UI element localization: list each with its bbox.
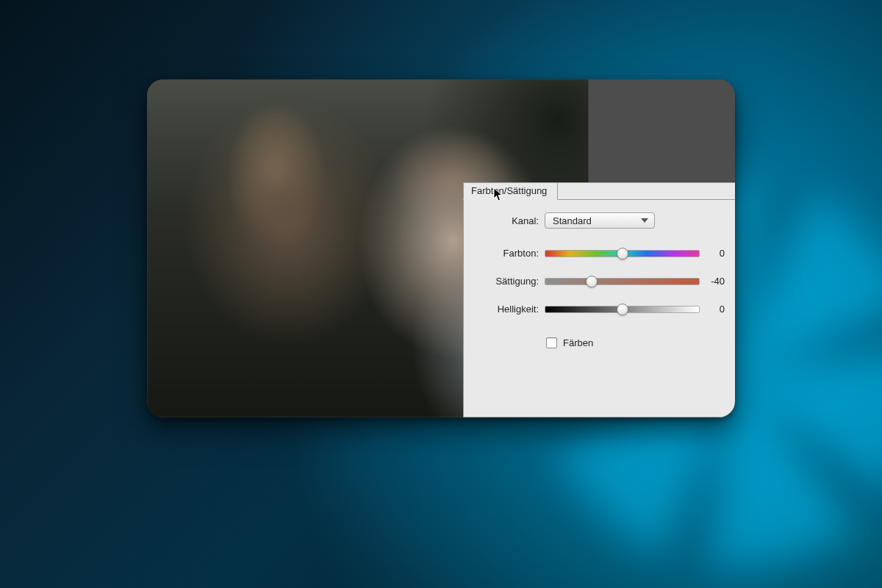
- colorize-row: Färben: [546, 337, 725, 348]
- editor-pasteboard: [588, 79, 735, 182]
- app-backdrop: Farbton/Sättigung Kanal: Standard Farbto…: [0, 0, 882, 588]
- panel-tab[interactable]: Farbton/Sättigung: [463, 182, 558, 200]
- channel-select-value: Standard: [553, 215, 592, 226]
- panel-tab-label: Farbton/Sättigung: [471, 185, 547, 196]
- hue-slider[interactable]: [545, 250, 700, 257]
- channel-label: Kanal:: [464, 215, 545, 226]
- saturation-row: Sättigung: -40: [464, 276, 725, 287]
- lightness-value: 0: [700, 304, 725, 315]
- saturation-label: Sättigung:: [464, 276, 545, 287]
- hue-value: 0: [700, 248, 725, 259]
- saturation-slider[interactable]: [545, 278, 700, 285]
- lightness-row: Helligkeit: 0: [464, 304, 725, 315]
- colorize-label: Färben: [563, 337, 593, 348]
- channel-select[interactable]: Standard: [545, 212, 655, 229]
- colorize-checkbox[interactable]: [546, 337, 557, 348]
- hue-label: Farbton:: [464, 248, 545, 259]
- lightness-slider-knob[interactable]: [617, 304, 628, 315]
- hue-slider-knob[interactable]: [617, 248, 628, 259]
- lightness-slider[interactable]: [545, 306, 700, 313]
- channel-row: Kanal: Standard: [464, 212, 725, 229]
- saturation-slider-knob[interactable]: [586, 276, 598, 287]
- hue-row: Farbton: 0: [464, 248, 725, 259]
- hue-saturation-panel: Farbton/Sättigung Kanal: Standard Farbto…: [463, 182, 735, 417]
- chevron-down-icon: [641, 218, 648, 223]
- tutorial-card: Farbton/Sättigung Kanal: Standard Farbto…: [147, 79, 735, 417]
- saturation-value: -40: [700, 276, 725, 287]
- lightness-label: Helligkeit:: [464, 304, 545, 315]
